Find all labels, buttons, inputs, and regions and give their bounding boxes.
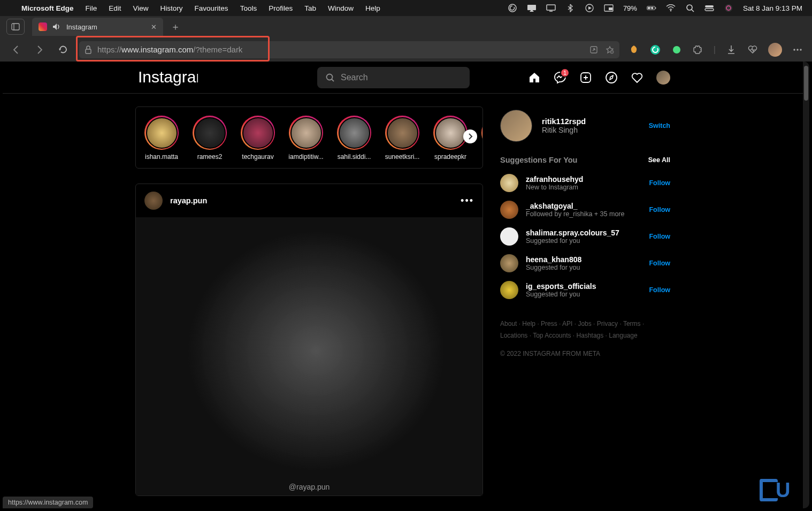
browser-menu-icon[interactable]	[792, 44, 803, 56]
follow-button[interactable]: Follow	[649, 286, 670, 294]
suggestion-avatar[interactable]	[500, 281, 518, 299]
tab-audio-icon[interactable]	[52, 23, 61, 30]
story-item[interactable]: suneetksri...	[382, 116, 423, 161]
post-more-button[interactable]: •••	[461, 195, 474, 207]
menu-help[interactable]: Help	[365, 4, 380, 12]
menu-file[interactable]: File	[86, 4, 97, 12]
menu-tab[interactable]: Tab	[304, 4, 316, 12]
tab-close-button[interactable]: ✕	[151, 23, 157, 31]
scrollbar-thumb[interactable]	[804, 66, 808, 101]
spotlight-menubar-icon[interactable]	[685, 3, 695, 13]
search-input[interactable]: Search	[317, 67, 470, 88]
status-bar-url: https://www.instagram.com	[3, 497, 93, 508]
post-author-avatar[interactable]	[144, 192, 163, 210]
suggestion-username[interactable]: _akshatgoyal_	[526, 202, 624, 210]
extension-3-icon[interactable]	[671, 44, 683, 56]
siri-menubar-icon[interactable]	[724, 3, 733, 13]
messenger-icon[interactable]: 1	[554, 71, 566, 84]
reload-button[interactable]	[56, 42, 71, 57]
suggestion-username[interactable]: zafranhousehyd	[526, 175, 583, 184]
switch-account-button[interactable]: Switch	[649, 122, 670, 129]
activity-heart-icon[interactable]	[631, 71, 644, 84]
suggestion-username[interactable]: heena_khan808	[526, 255, 581, 264]
suggestion-subtitle: Suggested for you	[526, 264, 581, 271]
wifi-menubar-icon[interactable]	[666, 3, 676, 13]
see-all-link[interactable]: See All	[648, 156, 670, 164]
story-item[interactable]: ishan.matta	[141, 116, 182, 161]
tab-actions-button[interactable]	[6, 19, 25, 35]
menu-favourites[interactable]: Favourites	[195, 4, 228, 12]
menu-view[interactable]: View	[133, 4, 149, 12]
svg-point-29	[796, 49, 798, 50]
svg-rect-19	[12, 24, 19, 30]
browser-profile-avatar[interactable]	[768, 43, 782, 57]
suggestion-username[interactable]: ig_esports_officials	[526, 282, 596, 291]
svg-rect-8	[609, 7, 612, 10]
stories-next-button[interactable]	[463, 129, 477, 143]
suggestions-title: Suggestions For You	[500, 156, 577, 164]
forward-button[interactable]	[32, 42, 47, 57]
menu-history[interactable]: History	[160, 4, 183, 12]
suggestion-username[interactable]: shalimar.spray.colours_57	[526, 228, 619, 237]
battery-menubar-icon[interactable]	[647, 3, 656, 13]
post-author-username[interactable]: rayap.pun	[170, 196, 207, 205]
story-item[interactable]: harshp	[478, 116, 483, 161]
back-button[interactable]	[9, 42, 24, 57]
explore-icon[interactable]	[605, 71, 618, 84]
new-tab-button[interactable]: ＋	[167, 19, 183, 35]
display-menubar-icon[interactable]	[546, 3, 556, 13]
airplay-menubar-icon[interactable]	[527, 3, 537, 13]
menubar-datetime[interactable]: Sat 8 Jan 9:13 PM	[743, 4, 802, 12]
send-to-device-icon[interactable]	[589, 45, 598, 54]
story-item[interactable]: techgaurav	[238, 116, 278, 161]
suggestion-avatar[interactable]	[500, 227, 518, 246]
scrollbar-track[interactable]	[803, 62, 809, 508]
current-user-avatar[interactable]	[500, 110, 532, 142]
browser-chrome: Instagram ✕ ＋ https://www.instagram.com/…	[0, 16, 812, 62]
menu-tools[interactable]: Tools	[240, 4, 257, 12]
new-post-icon[interactable]	[579, 71, 592, 84]
extensions-puzzle-icon[interactable]	[692, 44, 704, 56]
suggestion-item: shalimar.spray.colours_57Suggested for y…	[500, 223, 670, 250]
favorite-icon[interactable]	[606, 45, 614, 54]
story-item[interactable]: sahil.siddi...	[334, 116, 374, 161]
follow-button[interactable]: Follow	[649, 206, 670, 213]
suggestion-avatar[interactable]	[500, 174, 518, 192]
follow-button[interactable]: Follow	[649, 233, 670, 240]
post-media[interactable]: @rayap.pun	[136, 217, 482, 495]
app-name[interactable]: Microsoft Edge	[21, 4, 74, 12]
bluetooth-menubar-icon[interactable]	[565, 3, 575, 13]
story-item[interactable]: iamdiptitiw...	[286, 116, 326, 161]
battery-percent: 79%	[623, 4, 637, 12]
menu-profiles[interactable]: Profiles	[269, 4, 293, 12]
suggestion-item: heena_khan808Suggested for you Follow	[500, 250, 670, 277]
stories-tray[interactable]: ishan.matta ramees2 techgaurav iamdiptit…	[135, 106, 483, 169]
grammarly-extension-icon[interactable]	[649, 44, 661, 56]
follow-button[interactable]: Follow	[649, 179, 670, 187]
home-icon[interactable]	[528, 71, 541, 84]
suggestion-subtitle: New to Instagram	[526, 184, 583, 191]
follow-button[interactable]: Follow	[649, 260, 670, 267]
control-center-menubar-icon[interactable]	[704, 3, 714, 13]
health-icon[interactable]	[747, 44, 759, 56]
svg-rect-11	[655, 7, 656, 9]
menu-edit[interactable]: Edit	[109, 4, 121, 12]
extension-1-icon[interactable]	[628, 44, 640, 56]
story-item[interactable]: ramees2	[189, 116, 230, 161]
current-user-username[interactable]: ritik112rspd	[542, 117, 586, 126]
svg-line-14	[692, 10, 694, 12]
profile-avatar-icon[interactable]	[656, 71, 670, 85]
address-bar[interactable]: https://www.instagram.com/?theme=dark	[79, 41, 619, 58]
menu-window[interactable]: Window	[328, 4, 354, 12]
suggestion-avatar[interactable]	[500, 254, 518, 272]
grammarly-menubar-icon[interactable]	[508, 3, 517, 13]
play-menubar-icon[interactable]	[585, 3, 594, 13]
instagram-logo[interactable]: Instagram	[135, 68, 224, 87]
browser-tab-instagram[interactable]: Instagram ✕	[32, 18, 163, 36]
pip-menubar-icon[interactable]	[604, 3, 614, 13]
downloads-icon[interactable]	[725, 44, 737, 56]
suggestion-item: _akshatgoyal_Followed by re_rishika + 35…	[500, 196, 670, 223]
svg-rect-15	[705, 5, 714, 7]
lock-icon[interactable]	[85, 45, 92, 54]
suggestion-avatar[interactable]	[500, 201, 518, 219]
